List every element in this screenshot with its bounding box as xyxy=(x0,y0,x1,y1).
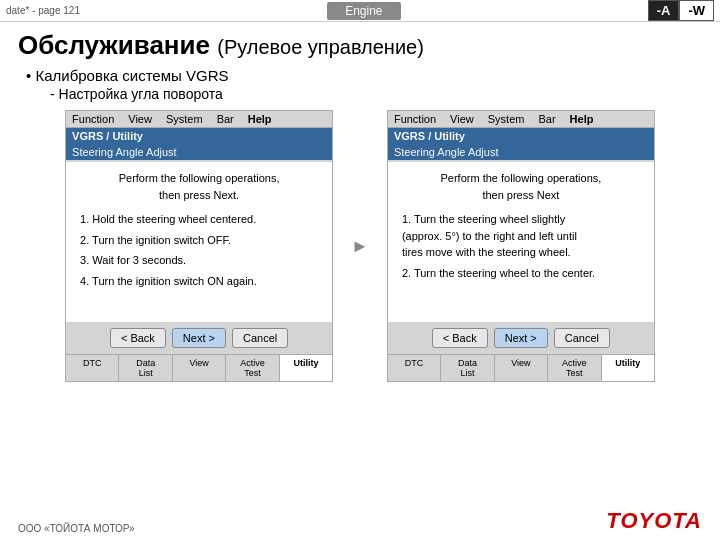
left-toolbar-dtc[interactable]: DTC xyxy=(66,355,119,381)
left-menu-system[interactable]: System xyxy=(166,113,203,125)
right-cancel-button[interactable]: Cancel xyxy=(554,328,610,348)
right-dialog-subtitle: Steering Angle Adjust xyxy=(388,144,654,160)
main-content: Обслуживание (Рулевое управление) • Кали… xyxy=(0,22,720,386)
left-menu-bar[interactable]: Bar xyxy=(217,113,234,125)
left-steps: 1. Hold the steering wheel centered. 2. … xyxy=(80,211,322,289)
left-toolbar-datalist[interactable]: DataList xyxy=(119,355,172,381)
left-menu-bar: Function View System Bar Help xyxy=(66,111,332,128)
right-toolbar-view[interactable]: View xyxy=(495,355,548,381)
right-menu-system[interactable]: System xyxy=(488,113,525,125)
left-menu-function[interactable]: Function xyxy=(72,113,114,125)
right-next-button[interactable]: Next > xyxy=(494,328,548,348)
right-toolbar-datalist[interactable]: DataList xyxy=(441,355,494,381)
bullet-item: • Калибровка системы VGRS xyxy=(26,67,702,84)
badge-group: -A -W xyxy=(648,0,714,21)
right-step-1: 1. Turn the steering wheel slightly(appr… xyxy=(402,211,644,261)
right-back-button[interactable]: < Back xyxy=(432,328,488,348)
right-intro: Perform the following operations,then pr… xyxy=(398,170,644,203)
right-menu-function[interactable]: Function xyxy=(394,113,436,125)
right-menu-help[interactable]: Help xyxy=(570,113,594,125)
title-main: Обслуживание xyxy=(18,30,210,60)
right-menu-view[interactable]: View xyxy=(450,113,474,125)
left-intro: Perform the following operations,then pr… xyxy=(76,170,322,203)
right-menu-bar: Function View System Bar Help xyxy=(388,111,654,128)
right-button-row: < Back Next > Cancel xyxy=(388,322,654,354)
left-back-button[interactable]: < Back xyxy=(110,328,166,348)
left-dialog-subtitle: Steering Angle Adjust xyxy=(66,144,332,160)
right-dialog-content: Perform the following operations,then pr… xyxy=(388,162,654,322)
left-step-1: 1. Hold the steering wheel centered. xyxy=(80,211,322,228)
right-toolbar-activetest[interactable]: ActiveTest xyxy=(548,355,601,381)
footer: ООО «ТОЙОТА МОТОР» TOYOTA xyxy=(0,508,720,534)
left-next-button[interactable]: Next > xyxy=(172,328,226,348)
title-paren: (Рулевое управление) xyxy=(217,36,424,58)
sub-item: - Настройка угла поворота xyxy=(50,86,702,102)
arrow-indicator: ► xyxy=(349,236,371,257)
dialog-left: Function View System Bar Help VGRS / Uti… xyxy=(65,110,333,382)
right-toolbar-dtc[interactable]: DTC xyxy=(388,355,441,381)
screenshots: Function View System Bar Help VGRS / Uti… xyxy=(18,110,702,382)
right-dialog-title: VGRS / Utility xyxy=(388,128,654,144)
right-toolbar-utility[interactable]: Utility xyxy=(602,355,654,381)
dialog-right: Function View System Bar Help VGRS / Uti… xyxy=(387,110,655,382)
left-dialog-content: Perform the following operations,then pr… xyxy=(66,162,332,322)
company-name: ООО «ТОЙОТА МОТОР» xyxy=(18,523,135,534)
left-button-row: < Back Next > Cancel xyxy=(66,322,332,354)
right-steps: 1. Turn the steering wheel slightly(appr… xyxy=(402,211,644,281)
right-toolbar: DTC DataList View ActiveTest Utility xyxy=(388,354,654,381)
left-cancel-button[interactable]: Cancel xyxy=(232,328,288,348)
left-step-3: 3. Wait for 3 seconds. xyxy=(80,252,322,269)
right-menu-bar[interactable]: Bar xyxy=(538,113,555,125)
left-toolbar-view[interactable]: View xyxy=(173,355,226,381)
badge-a: -A xyxy=(648,0,680,21)
left-toolbar-utility[interactable]: Utility xyxy=(280,355,332,381)
header-bar: date* - page 121 Engine -A -W xyxy=(0,0,720,22)
left-step-2: 2. Turn the ignition switch OFF. xyxy=(80,232,322,249)
left-dialog-title: VGRS / Utility xyxy=(66,128,332,144)
right-step-2: 2. Turn the steering wheel to the center… xyxy=(402,265,644,282)
page-title: Обслуживание (Рулевое управление) xyxy=(18,30,702,61)
toyota-logo: TOYOTA xyxy=(606,508,702,534)
left-step-4: 4. Turn the ignition switch ON again. xyxy=(80,273,322,290)
page-ref: date* - page 121 xyxy=(6,5,80,16)
left-menu-view[interactable]: View xyxy=(128,113,152,125)
left-toolbar: DTC DataList View ActiveTest Utility xyxy=(66,354,332,381)
left-menu-help[interactable]: Help xyxy=(248,113,272,125)
left-toolbar-activetest[interactable]: ActiveTest xyxy=(226,355,279,381)
badge-w: -W xyxy=(679,0,714,21)
engine-tab[interactable]: Engine xyxy=(327,2,400,20)
